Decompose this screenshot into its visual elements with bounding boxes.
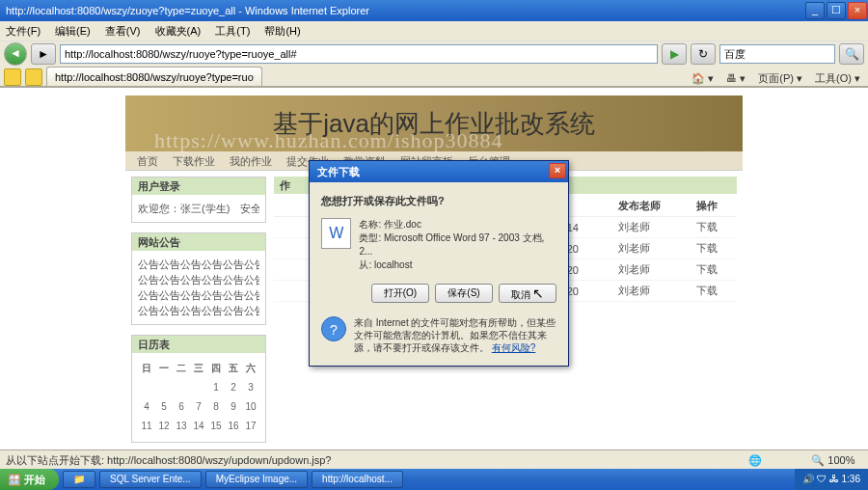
close-button[interactable]: × <box>848 2 867 19</box>
menu-tools[interactable]: 工具(T) <box>215 25 250 37</box>
tray-icon[interactable]: 🛡 <box>817 469 827 490</box>
col-op: 操作 <box>692 196 737 217</box>
info-icon: ? <box>321 316 346 341</box>
task-item[interactable]: http://localhost... <box>312 471 403 488</box>
download-link[interactable]: 下载 <box>692 281 737 302</box>
system-tray[interactable]: 🔊 🛡 🖧 1:36 <box>795 469 868 490</box>
watermark-text: https://www.huzhan.com/ishop30884 <box>154 128 503 153</box>
notice-line[interactable]: 公告公告公告公告公告公告 <box>138 272 259 287</box>
nav-mywork[interactable]: 我的作业 <box>230 155 272 167</box>
menu-edit[interactable]: 编辑(E) <box>55 25 91 37</box>
zoom-level[interactable]: 🔍 100% ▾ <box>811 450 862 469</box>
dialog-question: 您想打开或保存此文件吗? <box>321 194 556 208</box>
risk-link[interactable]: 有何风险? <box>492 342 536 353</box>
notice-line[interactable]: 公告公告公告公告公告公告 <box>138 303 259 318</box>
back-button[interactable]: ◄ <box>4 42 27 66</box>
nav-home[interactable]: 首页 <box>137 155 158 167</box>
download-link[interactable]: 下载 <box>692 259 737 281</box>
url-input[interactable] <box>60 44 658 64</box>
search-button[interactable]: 🔍 <box>839 43 864 65</box>
notice-line[interactable]: 公告公告公告公告公告公告 <box>138 257 259 272</box>
notice-line[interactable]: 公告公告公告公告公告公告 <box>138 287 259 303</box>
menu-fav[interactable]: 收藏夹(A) <box>155 25 202 37</box>
tray-icon[interactable]: 🔊 <box>802 469 814 490</box>
warning-text: 来自 Internet 的文件可能对您有所帮助，但某些文件可能危害您的计算机。如… <box>354 316 556 354</box>
tray-clock[interactable]: 1:36 <box>842 469 860 490</box>
taskbar: 🪟 开始 📁 SQL Server Ente... MyEclipse Imag… <box>0 469 868 490</box>
file-download-dialog: 文件下载 × 您想打开或保存此文件吗? W 名称: 作业.doc 类型: Mic… <box>309 160 569 367</box>
search-input[interactable]: 百度 <box>719 44 835 64</box>
toolbar-right: 🏠 ▾ 🖶 ▾ 页面(P) ▾ 工具(O) ▾ <box>682 71 868 86</box>
window-title-bar: http://localhost:8080/wszy/zuoye?type=zu… <box>0 0 868 21</box>
address-bar: ◄ ► ▶ ↻ 百度 🔍 <box>0 41 868 66</box>
minimize-button[interactable]: _ <box>805 2 825 19</box>
window-controls: _ ☐ × <box>804 0 868 21</box>
site-banner: 基于java的网上作业批改系统 https://www.huzhan.com/i… <box>125 95 743 151</box>
favorites-add-icon[interactable] <box>25 68 42 86</box>
download-link[interactable]: 下载 <box>692 217 737 238</box>
sidebar: 用户登录 欢迎您：张三(学生) 安全退出 网站公告 公告公告公告公告公告公告 公… <box>131 177 266 452</box>
maximize-button[interactable]: ☐ <box>827 2 846 19</box>
browser-tab[interactable]: http://localhost:8080/wszy/ruoye?type=ru… <box>46 67 262 86</box>
cursor-icon: ↖ <box>532 286 544 301</box>
favorites-icon[interactable] <box>4 68 21 86</box>
status-bar: 从以下站点开始下载: http://localhost:8080/wszy/up… <box>0 449 868 469</box>
menu-help[interactable]: 帮助(H) <box>264 25 300 37</box>
col-teacher: 发布老师 <box>614 196 692 217</box>
file-details: 名称: 作业.doc 类型: Microsoft Office Word 97 … <box>359 218 556 272</box>
login-info: 欢迎您：张三(学生) 安全退出 <box>138 201 259 216</box>
notice-panel: 网站公告 公告公告公告公告公告公告 公告公告公告公告公告公告 公告公告公告公告公… <box>131 232 266 325</box>
cancel-button[interactable]: 取消↖ <box>499 284 556 303</box>
task-item[interactable]: 📁 <box>63 471 95 488</box>
go-button[interactable]: ▶ <box>662 43 687 65</box>
download-link[interactable]: 下载 <box>692 238 737 259</box>
task-item[interactable]: SQL Server Ente... <box>99 471 202 488</box>
login-panel: 用户登录 欢迎您：张三(学生) 安全退出 <box>131 177 266 223</box>
calendar-panel: 日历表 日一二三四五六 123 45678910 11121314151617 <box>131 335 266 443</box>
tray-icon[interactable]: 🖧 <box>829 469 839 490</box>
nav-download[interactable]: 下载作业 <box>173 155 215 167</box>
status-left: 从以下站点开始下载: http://localhost:8080/wszy/up… <box>6 450 748 469</box>
tab-bar: http://localhost:8080/wszy/ruoye?type=ru… <box>0 66 868 87</box>
page-menu[interactable]: 页面(P) <box>758 72 794 84</box>
refresh-button[interactable]: ↻ <box>691 43 716 65</box>
calendar-title: 日历表 <box>132 336 265 353</box>
print-icon[interactable]: 🖶 ▾ <box>726 72 746 84</box>
start-button[interactable]: 🪟 开始 <box>0 469 59 490</box>
forward-button[interactable]: ► <box>31 43 56 65</box>
menu-view[interactable]: 查看(V) <box>105 25 141 37</box>
dialog-close-button[interactable]: × <box>549 163 566 178</box>
open-button[interactable]: 打开(O) <box>371 284 429 303</box>
dialog-title-bar[interactable]: 文件下载 × <box>310 161 568 182</box>
calendar-table: 日一二三四五六 123 45678910 11121314151617 <box>138 359 259 436</box>
dialog-title: 文件下载 <box>317 161 360 182</box>
login-panel-title: 用户登录 <box>132 177 265 195</box>
save-button[interactable]: 保存(S) <box>435 284 493 303</box>
menu-bar: 文件(F) 编辑(E) 查看(V) 收藏夹(A) 工具(T) 帮助(H) <box>0 21 868 41</box>
menu-file[interactable]: 文件(F) <box>6 25 41 37</box>
home-icon[interactable]: 🏠 ▾ <box>692 72 714 84</box>
tools-menu[interactable]: 工具(O) <box>815 72 852 84</box>
task-item[interactable]: MyEclipse Image... <box>205 471 308 488</box>
internet-zone: 🌐 Internet <box>748 450 800 469</box>
window-title: http://localhost:8080/wszy/zuoye?type=zu… <box>6 0 369 21</box>
word-file-icon: W <box>321 218 351 249</box>
notice-panel-title: 网站公告 <box>132 233 265 251</box>
